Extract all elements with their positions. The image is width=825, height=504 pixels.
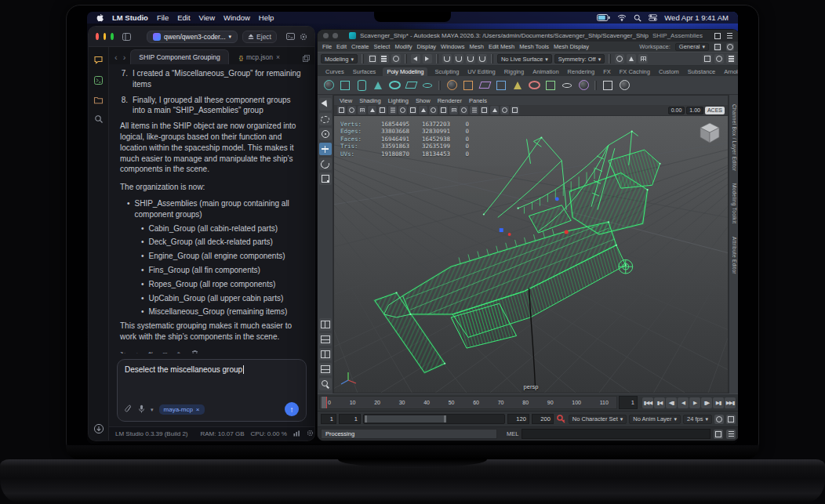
motion-blur-icon[interactable] — [490, 106, 499, 114]
shelf-tab-uv-editing[interactable]: UV Editing — [466, 67, 496, 76]
platonic-solid-icon[interactable] — [445, 78, 459, 92]
select-tool-icon[interactable] — [319, 98, 332, 111]
poly-plane-icon[interactable] — [404, 78, 418, 92]
maya-menu-mesh[interactable]: Mesh — [470, 43, 484, 50]
maya-menu-create[interactable]: Create — [351, 43, 369, 50]
play-backwards-button[interactable]: ◀ — [678, 397, 689, 408]
panel-menu-view[interactable]: View — [340, 97, 352, 104]
view-transform-badge[interactable]: ACES — [705, 107, 725, 114]
poly-type-icon[interactable] — [478, 78, 492, 92]
menubar-item-help[interactable]: Help — [259, 13, 274, 22]
script-editor-icon[interactable] — [714, 430, 723, 439]
shelf-tab-sculpting[interactable]: Sculpting — [433, 67, 460, 76]
search-icon[interactable] — [714, 32, 721, 40]
poly-cone-icon[interactable] — [371, 78, 385, 92]
safe-title-icon[interactable] — [419, 106, 427, 114]
panel-menu-renderer[interactable]: Renderer — [438, 97, 462, 104]
minimize-window-button[interactable] — [333, 33, 338, 38]
save-scene-icon[interactable] — [391, 54, 401, 63]
discover-search-icon[interactable] — [94, 114, 104, 124]
tab-chat[interactable]: SHIP Component Grouping — [130, 49, 228, 64]
live-surface-dropdown[interactable]: No Live Surface ▾ — [497, 54, 552, 63]
scale-tool-icon[interactable] — [319, 172, 332, 185]
step-back-frame-button[interactable]: ◀▮ — [666, 397, 677, 408]
single-pane-layout-icon[interactable] — [319, 318, 332, 331]
snap-to-plane-icon[interactable] — [478, 54, 487, 63]
range-slider[interactable] — [363, 414, 505, 424]
poly-sphere-icon[interactable] — [322, 78, 336, 92]
panel-menu-lighting[interactable]: Lighting — [388, 97, 409, 104]
symmetry-dropdown[interactable]: Symmetry: Off ▾ — [554, 54, 605, 63]
nav-back-icon[interactable]: ‹ — [114, 53, 118, 64]
command-line-input[interactable] — [522, 429, 711, 439]
shelf-tab-rigging[interactable]: Rigging — [503, 67, 525, 76]
boolean-union-icon[interactable] — [601, 78, 615, 92]
open-scene-icon[interactable] — [380, 54, 389, 63]
wireframe-icon[interactable] — [429, 106, 438, 114]
shelf-tab-arnold[interactable]: Arnold — [722, 67, 738, 76]
safe-action-icon[interactable] — [409, 106, 417, 114]
construction-history-icon[interactable] — [615, 54, 624, 63]
developer-nav-icon[interactable] — [93, 75, 104, 85]
fps-dropdown[interactable]: 24 fps ▾ — [683, 415, 712, 424]
battery-icon[interactable] — [597, 14, 610, 21]
menu-list-icon[interactable] — [725, 32, 733, 40]
hypershade-icon[interactable] — [703, 54, 712, 63]
maya-menu-select[interactable]: Select — [374, 43, 391, 50]
mute-audio-icon[interactable] — [714, 415, 724, 424]
textured-mode-icon[interactable] — [449, 106, 458, 114]
gate-mask-icon[interactable] — [388, 106, 397, 114]
super-shape-icon[interactable] — [576, 78, 591, 92]
persp-outliner-layout-icon[interactable] — [319, 363, 332, 375]
ipr-render-icon[interactable] — [638, 54, 648, 63]
two-pane-layout-icon[interactable] — [319, 333, 332, 346]
downloads-icon[interactable] — [93, 423, 104, 434]
poly-torus-icon[interactable] — [387, 78, 402, 92]
panel-menu-panels[interactable]: Panels — [469, 97, 487, 104]
playback-start-field[interactable]: 1 — [339, 414, 361, 424]
expand-panel-icon[interactable] — [303, 55, 310, 64]
shelf-tab-surfaces[interactable]: Surfaces — [351, 67, 378, 76]
shelf-tab-curves[interactable]: Curves — [324, 67, 346, 76]
close-window-button[interactable] — [323, 33, 329, 38]
render-icon[interactable] — [627, 54, 636, 63]
maya-menu-edit[interactable]: Edit — [336, 43, 347, 50]
shelf-tab-fx[interactable]: FX — [601, 67, 612, 76]
exposure-field[interactable]: 0.00 — [668, 107, 685, 114]
paint-select-tool-icon[interactable] — [319, 128, 332, 140]
poly-pipe-icon[interactable] — [527, 78, 541, 92]
poly-gear-icon[interactable] — [560, 78, 574, 92]
chat-nav-icon[interactable] — [93, 55, 104, 65]
poly-pyramid-icon[interactable] — [511, 78, 525, 92]
snap-to-point-icon[interactable] — [466, 54, 475, 63]
chat-input-text[interactable]: Deselect the miscellaneous group — [125, 365, 299, 402]
menubar-item-window[interactable]: Window — [224, 13, 250, 22]
microphone-icon[interactable] — [138, 402, 145, 416]
tab-modeling-toolkit[interactable]: Modeling Toolkit — [732, 183, 737, 223]
four-pane-layout-icon[interactable] — [319, 348, 332, 361]
rotate-tool-icon[interactable] — [319, 158, 332, 170]
settings-gear-icon[interactable] — [307, 430, 314, 438]
view-cube[interactable] — [698, 121, 721, 146]
redo-icon[interactable] — [423, 54, 432, 63]
menubar-app-name[interactable]: LM Studio — [112, 13, 148, 22]
shelf-tab-custom[interactable]: Custom — [657, 67, 681, 76]
animation-start-field[interactable]: 1 — [321, 414, 336, 424]
poly-cube-icon[interactable] — [338, 78, 352, 92]
animation-preferences-icon[interactable] — [726, 415, 736, 424]
shadows-toggle-icon[interactable] — [470, 106, 478, 114]
menubar-item-view[interactable]: View — [199, 13, 215, 22]
undo-icon[interactable] — [411, 54, 420, 63]
wifi-icon[interactable] — [617, 14, 627, 21]
menubar-item-file[interactable]: File — [157, 13, 169, 22]
apple-menu-icon[interactable] — [96, 13, 104, 22]
gamma-field[interactable]: 1.00 — [686, 107, 703, 114]
control-center-icon[interactable] — [649, 14, 657, 21]
current-frame-field[interactable]: 1 — [619, 396, 638, 409]
send-button[interactable]: ↑ — [285, 402, 299, 416]
spotlight-search-icon[interactable] — [634, 14, 641, 22]
maya-menu-windows[interactable]: Windows — [441, 43, 464, 50]
poly-disc-icon[interactable] — [420, 78, 434, 92]
close-tab-icon[interactable]: × — [276, 53, 280, 61]
resolution-gate-icon[interactable] — [378, 106, 387, 114]
